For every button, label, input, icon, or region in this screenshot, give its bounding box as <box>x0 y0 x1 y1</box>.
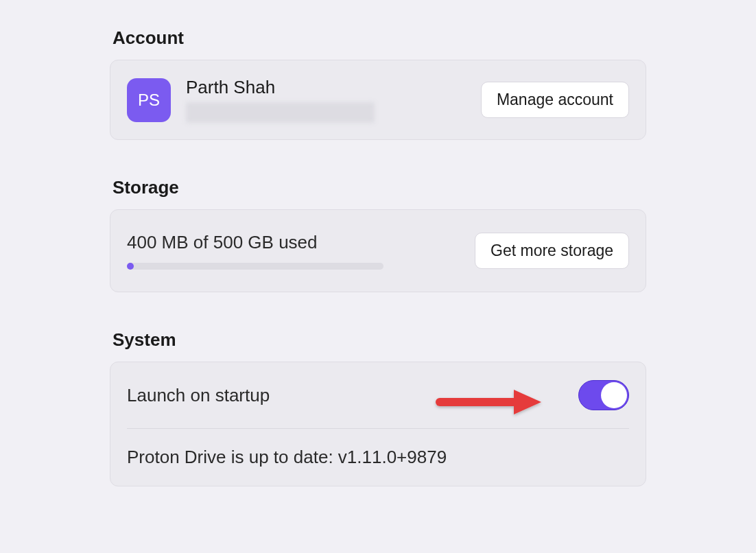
launch-on-startup-toggle[interactable] <box>578 380 629 410</box>
manage-account-button[interactable]: Manage account <box>481 82 629 118</box>
storage-progress-bar <box>127 263 383 270</box>
avatar: PS <box>127 78 171 122</box>
account-card: PS Parth Shah Manage account <box>110 60 646 140</box>
avatar-initials: PS <box>138 91 160 110</box>
account-email-redacted <box>186 102 375 123</box>
system-card: Launch on startup Proton Drive is up to … <box>110 362 646 486</box>
toggle-knob <box>601 382 627 408</box>
get-more-storage-button[interactable]: Get more storage <box>475 233 629 269</box>
storage-row: 400 MB of 500 GB used Get more storage <box>110 210 646 292</box>
account-row: PS Parth Shah Manage account <box>110 60 646 139</box>
storage-usage-text: 400 MB of 500 GB used <box>127 232 475 253</box>
account-info: Parth Shah <box>186 77 481 123</box>
account-name: Parth Shah <box>186 77 481 98</box>
storage-section-title: Storage <box>113 177 646 198</box>
update-status-text: Proton Drive is up to date: v1.11.0+9879 <box>127 447 447 468</box>
launch-on-startup-row: Launch on startup <box>127 362 629 429</box>
system-section-title: System <box>113 329 646 351</box>
update-status-row: Proton Drive is up to date: v1.11.0+9879 <box>127 429 629 486</box>
account-section-title: Account <box>113 27 646 49</box>
storage-info: 400 MB of 500 GB used <box>127 232 475 270</box>
storage-progress-fill <box>127 263 134 270</box>
launch-on-startup-label: Launch on startup <box>127 385 270 406</box>
storage-card: 400 MB of 500 GB used Get more storage <box>110 209 646 292</box>
